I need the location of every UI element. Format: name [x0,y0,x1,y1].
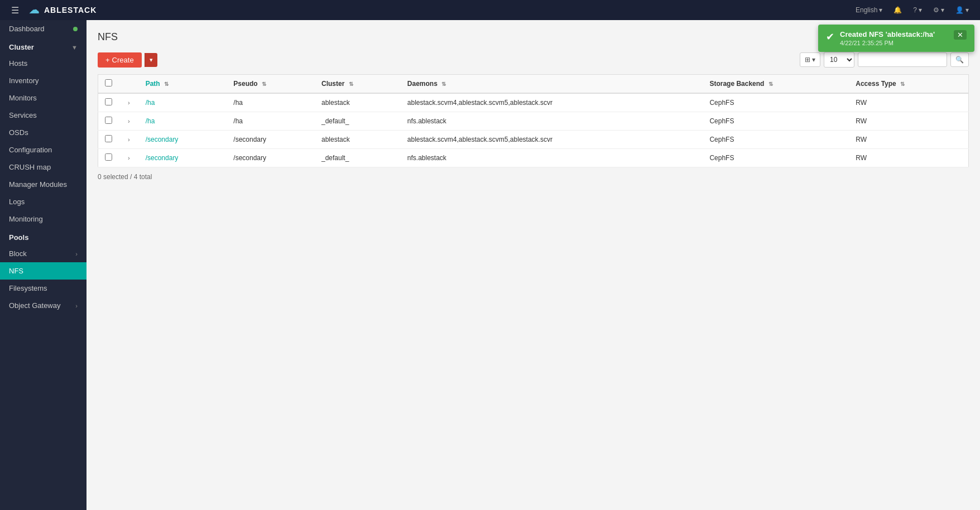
create-dropdown-button[interactable]: ▾ [145,53,157,67]
toast-notification: ✔ Created NFS 'ablestack:/ha' 4/22/21 2:… [818,25,974,52]
sort-icon: ⇅ [768,81,773,87]
row-checkbox[interactable] [105,135,112,142]
sort-icon: ⇅ [900,81,905,87]
sidebar-item-osds[interactable]: OSDs [0,124,87,141]
create-button[interactable]: + Create [98,52,142,68]
sidebar-item-label: Services [9,111,37,119]
cluster-cell: ablestack [315,93,401,112]
row-checkbox[interactable] [105,117,112,124]
sidebar-item-label: Hosts [9,59,27,68]
sidebar-item-crush-map[interactable]: CRUSH map [0,158,87,176]
search-icon: 🔍 [955,56,964,64]
hamburger-icon: ☰ [11,5,19,16]
chevron-down-icon: ▾ [941,6,944,14]
path-link[interactable]: /ha [146,99,155,107]
expand-cell[interactable]: › [119,112,139,131]
sidebar-item-configuration[interactable]: Configuration [0,141,87,158]
toast-close-button[interactable]: ✕ [954,30,967,40]
row-checkbox-cell[interactable] [98,149,119,167]
toolbar-right: ⊞ ▾ 10 25 50 100 🔍 [800,52,969,68]
page-size-select[interactable]: 10 25 50 100 [824,52,854,68]
sidebar-item-services[interactable]: Services [0,107,87,124]
sidebar-item-label: Logs [9,198,25,206]
language-label: English [856,6,877,14]
row-checkbox-cell[interactable] [98,93,119,112]
user-button[interactable]: 👤 ▾ [951,4,973,16]
expand-button[interactable]: › [126,98,132,107]
help-icon: ? [913,6,917,14]
expand-button[interactable]: › [126,153,132,162]
cluster-column-header[interactable]: Cluster ⇅ [315,75,401,94]
sidebar-item-pools[interactable]: Pools [0,228,87,245]
select-all-checkbox[interactable] [105,79,112,86]
cluster-cell: ablestack [315,131,401,149]
sidebar-item-logs[interactable]: Logs [0,193,87,210]
sidebar-item-inventory[interactable]: Inventory [0,72,87,89]
storage-backend-label: Storage Backend [709,80,764,88]
access-type-cell: RW [849,149,968,167]
path-link[interactable]: /secondary [146,154,179,162]
expand-cell[interactable]: › [119,149,139,167]
plus-icon: + [105,56,110,64]
path-column-header[interactable]: Path ⇅ [139,75,227,94]
app-logo: ☁ ABLESTACK [29,4,97,16]
path-cell: /ha [139,93,227,112]
chevron-down-icon: ▾ [812,56,815,64]
path-link[interactable]: /ha [146,117,155,125]
notifications-button[interactable]: 🔔 [889,4,906,16]
chevron-right-icon: › [75,251,78,257]
row-checkbox-cell[interactable] [98,112,119,131]
sidebar-item-hosts[interactable]: Hosts [0,55,87,72]
sidebar-item-manager-modules[interactable]: Manager Modules [0,176,87,193]
daemons-cell: nfs.ablestack [401,149,703,167]
cluster-cell: _default_ [315,149,401,167]
settings-button[interactable]: ⚙ ▾ [929,4,949,16]
sidebar-item-block[interactable]: Block › [0,245,87,262]
expand-button[interactable]: › [126,117,132,126]
path-label: Path [146,80,160,88]
sidebar-item-nfs[interactable]: NFS [0,262,87,280]
access-type-cell: RW [849,93,968,112]
gear-icon: ⚙ [933,6,939,14]
table-body: › /ha /ha ablestack ablestack.scvm4,able… [98,93,969,167]
sidebar-item-monitoring[interactable]: Monitoring [0,210,87,228]
search-input[interactable] [858,52,947,67]
sidebar-item-filesystems[interactable]: Filesystems [0,280,87,297]
view-toggle-button[interactable]: ⊞ ▾ [800,52,820,67]
access-type-cell: RW [849,131,968,149]
search-button[interactable]: 🔍 [950,52,969,67]
expand-button[interactable]: › [126,135,132,144]
language-selector[interactable]: English ▾ [851,4,887,16]
daemons-column-header[interactable]: Daemons ⇅ [401,75,703,94]
sidebar-item-dashboard[interactable]: Dashboard [0,20,87,37]
sidebar-section-cluster[interactable]: Cluster ▼ [0,37,87,55]
bell-icon: 🔔 [893,6,902,14]
expand-cell[interactable]: › [119,131,139,149]
access-type-label: Access Type [856,80,896,88]
row-checkbox[interactable] [105,98,112,105]
pseudo-column-header[interactable]: Pseudo ⇅ [227,75,315,94]
sidebar-item-monitors[interactable]: Monitors [0,89,87,107]
main-content: NFS + Create ▾ ⊞ ▾ 10 25 50 100 [87,20,980,510]
path-link[interactable]: /secondary [146,136,179,143]
select-all-header[interactable] [98,75,119,94]
sidebar: Dashboard Cluster ▼ Hosts Inventory Moni… [0,20,87,510]
pseudo-cell: /secondary [227,149,315,167]
expand-cell[interactable]: › [119,93,139,112]
chevron-down-icon: ▾ [919,6,922,14]
sidebar-item-object-gateway[interactable]: Object Gateway › [0,297,87,314]
row-checkbox[interactable] [105,153,112,161]
app-name: ABLESTACK [44,6,97,15]
row-checkbox-cell[interactable] [98,131,119,149]
help-button[interactable]: ? ▾ [909,4,926,16]
table-row: › /secondary /secondary ablestack ablest… [98,131,969,149]
path-cell: /secondary [139,131,227,149]
pseudo-cell: /ha [227,93,315,112]
sidebar-item-label: Monitors [9,94,37,102]
sort-icon: ⇅ [262,81,266,87]
pools-label: Pools [9,233,28,242]
storage-backend-column-header[interactable]: Storage Backend ⇅ [703,75,849,94]
access-type-cell: RW [849,112,968,131]
hamburger-menu-button[interactable]: ☰ [7,3,23,18]
access-type-column-header[interactable]: Access Type ⇅ [849,75,968,94]
